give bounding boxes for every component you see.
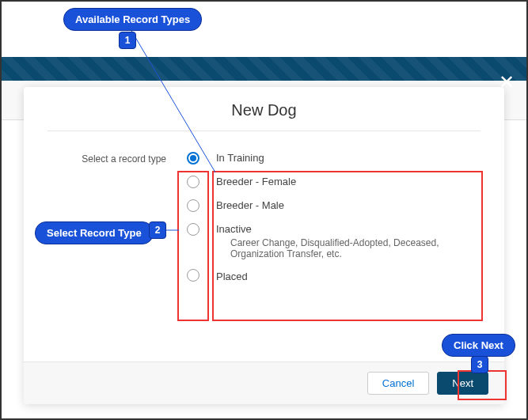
label-inactive: Inactive bbox=[216, 223, 481, 236]
modal-footer: Cancel Next bbox=[24, 361, 504, 404]
radio-placed[interactable] bbox=[187, 269, 199, 282]
callout-click-next: Click Next bbox=[442, 334, 515, 357]
divider bbox=[47, 131, 481, 131]
label-placed: Placed bbox=[216, 271, 481, 283]
radio-group bbox=[178, 147, 208, 354]
new-record-modal: New Dog Select a record type In Training… bbox=[24, 87, 504, 404]
radio-in-training[interactable] bbox=[187, 152, 199, 165]
callout-available-types: Available Record Types bbox=[63, 8, 202, 31]
cancel-button[interactable]: Cancel bbox=[367, 372, 429, 395]
page-banner bbox=[2, 57, 526, 81]
next-button[interactable]: Next bbox=[437, 372, 488, 395]
badge-2: 2 bbox=[149, 221, 166, 239]
badge-3: 3 bbox=[471, 356, 488, 373]
radio-inactive[interactable] bbox=[187, 223, 199, 236]
label-in-training: In Training bbox=[216, 152, 481, 165]
modal-title: New Dog bbox=[24, 87, 504, 131]
option-labels: In Training Breeder - Female Breeder - M… bbox=[208, 147, 481, 354]
label-inactive-sub: Career Change, Disqualified-Adopted, Dec… bbox=[216, 236, 454, 259]
close-icon[interactable]: ✕ bbox=[499, 71, 515, 93]
radio-breeder-male[interactable] bbox=[187, 199, 199, 212]
label-breeder-female: Breeder - Female bbox=[216, 176, 481, 188]
callout-select-type: Select Record Type bbox=[35, 221, 154, 244]
radio-breeder-female[interactable] bbox=[187, 176, 199, 188]
modal-body: Select a record type In Training Breeder… bbox=[24, 139, 504, 361]
label-breeder-male: Breeder - Male bbox=[216, 199, 481, 212]
record-type-prompt: Select a record type bbox=[47, 147, 178, 354]
badge-1: 1 bbox=[119, 32, 136, 49]
